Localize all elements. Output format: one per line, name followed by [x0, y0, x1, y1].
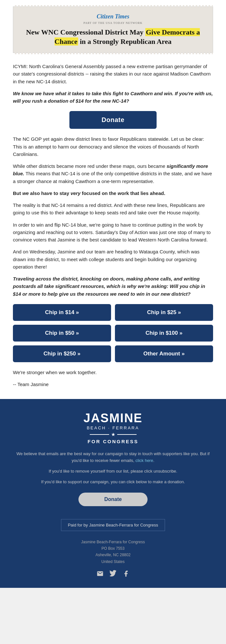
chip-14-button[interactable]: Chip in $14 » — [13, 304, 111, 321]
paragraph-7: Traveling across the district, knocking … — [13, 275, 213, 298]
address-line-4: United States — [13, 558, 213, 565]
facebook-icon[interactable] — [122, 570, 129, 578]
twitter-icon[interactable] — [109, 570, 117, 578]
footer-donate-wrapper: Donate — [13, 489, 213, 509]
footer-for-congress: FOR CONGRESS — [13, 439, 213, 444]
address-line-1: Jasmine Beach-Ferrara for Congress — [13, 539, 213, 545]
headline-after: in a Strongly Republican Area — [78, 37, 172, 46]
chip-250-button[interactable]: Chip in $250 » — [13, 345, 111, 362]
address-line-3: Asheville, NC 28802 — [13, 552, 213, 558]
chip-buttons-grid: Chip in $14 » Chip in $25 » Chip in $50 … — [13, 304, 213, 362]
chip-25-button[interactable]: Chip in $25 » — [115, 304, 213, 321]
email-icon[interactable] — [97, 570, 104, 578]
footer-address: Jasmine Beach-Ferrara for Congress PO Bo… — [13, 539, 213, 565]
footer-star-line: ★ — [13, 432, 213, 437]
footer-social-icons — [13, 570, 213, 578]
footer-logo: JASMINE BEACH · FERRARA ★ FOR CONGRESS — [13, 412, 213, 444]
donate-button-main[interactable]: Donate — [69, 111, 157, 129]
chip-100-button[interactable]: Chip in $100 » — [115, 325, 213, 342]
headline-before: New WNC Congressional District May — [26, 28, 145, 36]
footer-name: JASMINE — [13, 412, 213, 424]
paid-for-wrapper: Paid for by Jasmine Beach-Ferrara for Co… — [13, 515, 213, 536]
footer-text-1: We believe that emails are the best way … — [13, 451, 213, 464]
footer-left-line — [90, 434, 109, 435]
paragraph-1: The NC GOP yet again drew district lines… — [13, 135, 213, 158]
address-line-2: PO Box 7553 — [13, 545, 213, 552]
paragraph-4: The reality is that NC-14 remains a red … — [13, 201, 213, 217]
closing-line-2: -- Team Jasmine — [13, 381, 213, 388]
footer-right-line — [117, 434, 137, 435]
footer-subname: BEACH · FERRARA — [13, 425, 213, 430]
citizen-times-subtext: PART OF THE USA TODAY NETWORK — [23, 21, 203, 25]
footer-text-3: If you'd like to support our campaign, y… — [13, 479, 213, 486]
chip-50-button[interactable]: Chip in $50 » — [13, 325, 111, 342]
citizen-times-logo: Citizen Times — [23, 13, 203, 20]
click-here-link[interactable]: click here — [136, 458, 153, 463]
appeal-paragraph: We know we have what it takes to take th… — [13, 90, 213, 105]
footer-donate-button[interactable]: Donate — [78, 493, 148, 506]
para2-after: This means that NC-14 is one of the only… — [13, 171, 212, 184]
para2-before: While other districts became more red un… — [13, 163, 167, 169]
donate-button-wrapper: Donate — [13, 111, 213, 129]
footer-text-2: If you'd like to remove yourself from ou… — [13, 468, 213, 475]
newspaper-clipping: Citizen Times PART OF THE USA TODAY NETW… — [13, 6, 213, 53]
closing-line-1: We're stronger when we work together. — [13, 369, 213, 376]
paragraph-3: But we also have to stay very focused on… — [13, 189, 213, 197]
footer-star-icon: ★ — [111, 432, 115, 437]
paragraph-6: And on Wednesday, Jasmine and our team a… — [13, 248, 213, 271]
footer-section: JASMINE BEACH · FERRARA ★ FOR CONGRESS W… — [0, 399, 226, 588]
paragraph-5: In order to win and flip NC-14 blue, we'… — [13, 221, 213, 244]
icymi-paragraph: ICYMI: North Carolina's General Assembly… — [13, 63, 213, 85]
body-content: ICYMI: North Carolina's General Assembly… — [0, 56, 226, 399]
other-amount-button[interactable]: Other Amount » — [115, 345, 213, 362]
newspaper-headline: New WNC Congressional District May Give … — [23, 28, 203, 46]
newspaper-section: Citizen Times PART OF THE USA TODAY NETW… — [0, 0, 226, 56]
paragraph-2: While other districts became more red un… — [13, 162, 213, 185]
paid-for-disclaimer: Paid for by Jasmine Beach-Ferrara for Co… — [61, 519, 165, 531]
